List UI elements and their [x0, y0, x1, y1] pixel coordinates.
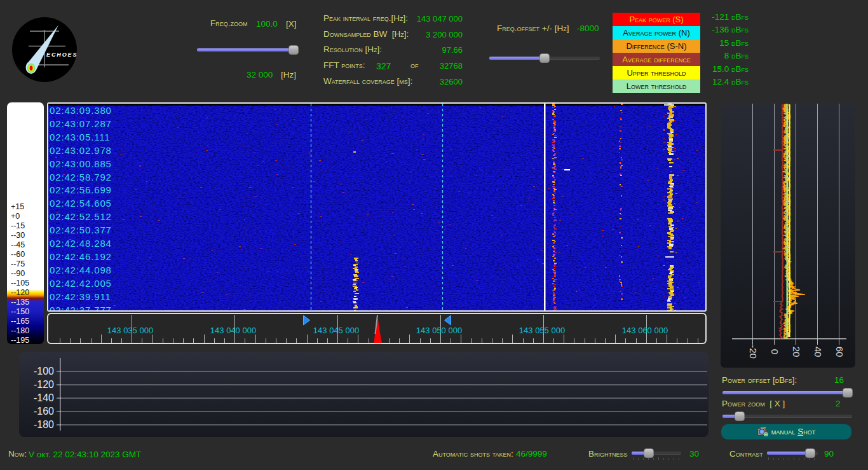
svg-text:-100: -100: [34, 366, 54, 377]
svg-text:-180: -180: [34, 419, 54, 430]
svg-text:-160: -160: [34, 406, 54, 417]
svg-text:ECHOES: ECHOES: [46, 52, 78, 58]
svg-text:-120: -120: [34, 379, 54, 390]
svg-text:-140: -140: [34, 392, 54, 403]
